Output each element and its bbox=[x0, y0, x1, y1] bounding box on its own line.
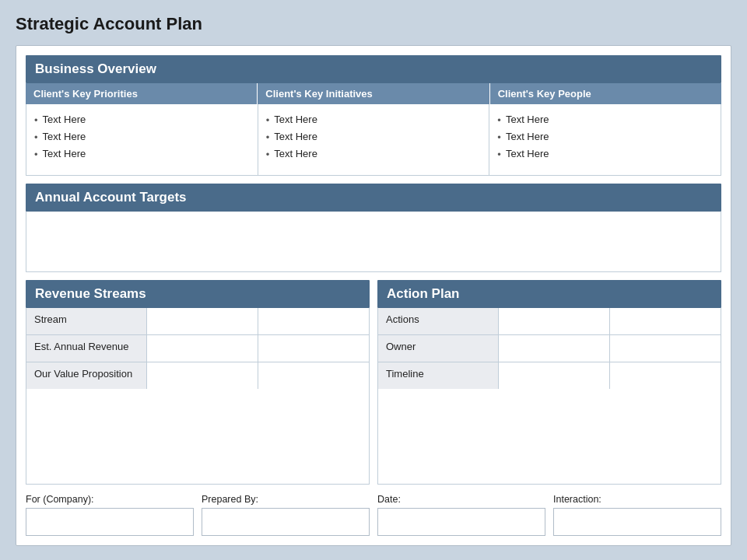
business-overview-header: Business Overview bbox=[26, 55, 721, 83]
action-row-3-col3[interactable] bbox=[610, 362, 721, 389]
footer-input-prepared[interactable] bbox=[202, 508, 370, 536]
list-item: Text Here bbox=[34, 129, 250, 146]
business-overview-section: Business Overview Client's Key Prioritie… bbox=[26, 55, 721, 176]
column-content-row: Text Here Text Here Text Here Text Here … bbox=[26, 104, 721, 176]
footer-col-prepared: Prepared By: bbox=[202, 494, 370, 536]
people-content: Text Here Text Here Text Here bbox=[489, 104, 721, 175]
list-item: Text Here bbox=[266, 112, 482, 129]
action-row-2-col3[interactable] bbox=[610, 335, 721, 362]
revenue-row-2-label: Est. Annual Revenue bbox=[26, 335, 147, 362]
revenue-row-3-col3[interactable] bbox=[258, 362, 369, 389]
revenue-row-1-col2[interactable] bbox=[147, 308, 258, 334]
action-row-3-label: Timeline bbox=[378, 362, 499, 389]
table-row: Est. Annual Revenue bbox=[26, 335, 369, 362]
revenue-row-2-col2[interactable] bbox=[147, 335, 258, 362]
revenue-row-3-label: Our Value Proposition bbox=[26, 362, 147, 389]
revenue-row-2-col3[interactable] bbox=[258, 335, 369, 362]
bottom-split: Revenue Streams Stream Est. Annual Reven… bbox=[26, 280, 721, 485]
revenue-streams-section: Revenue Streams Stream Est. Annual Reven… bbox=[26, 280, 370, 485]
action-plan-table: Actions Owner Timeline bbox=[377, 308, 721, 485]
annual-targets-section: Annual Account Targets bbox=[26, 184, 721, 272]
footer-input-date[interactable] bbox=[377, 508, 545, 536]
table-row: Actions bbox=[378, 308, 721, 335]
footer-input-interaction[interactable] bbox=[553, 508, 721, 536]
action-plan-section: Action Plan Actions Owner Timeline bbox=[377, 280, 721, 485]
list-item: Text Here bbox=[497, 146, 713, 163]
table-row: Timeline bbox=[378, 362, 721, 389]
col-header-priorities: Client's Key Priorities bbox=[26, 83, 258, 104]
action-row-2-label: Owner bbox=[378, 335, 499, 362]
footer-label-interaction: Interaction: bbox=[553, 494, 721, 505]
col-header-people: Client's Key People bbox=[490, 83, 721, 104]
table-row: Stream bbox=[26, 308, 369, 335]
action-row-1-label: Actions bbox=[378, 308, 499, 334]
priorities-content: Text Here Text Here Text Here bbox=[26, 104, 258, 175]
main-container: Business Overview Client's Key Prioritie… bbox=[16, 45, 731, 546]
footer-section: For (Company): Prepared By: Date: Intera… bbox=[26, 494, 721, 536]
page-title: Strategic Account Plan bbox=[16, 14, 731, 34]
footer-label-date: Date: bbox=[377, 494, 545, 505]
revenue-row-1-col3[interactable] bbox=[258, 308, 369, 334]
revenue-streams-header: Revenue Streams bbox=[26, 280, 370, 308]
list-item: Text Here bbox=[34, 112, 250, 129]
col-header-initiatives: Client's Key Initiatives bbox=[258, 83, 489, 104]
revenue-streams-table: Stream Est. Annual Revenue Our Value Pro… bbox=[26, 308, 370, 485]
footer-col-company: For (Company): bbox=[26, 494, 194, 536]
footer-col-interaction: Interaction: bbox=[553, 494, 721, 536]
column-headers: Client's Key Priorities Client's Key Ini… bbox=[26, 83, 721, 104]
action-row-1-col2[interactable] bbox=[499, 308, 610, 334]
list-item: Text Here bbox=[266, 146, 482, 163]
revenue-row-1-label: Stream bbox=[26, 308, 147, 334]
action-row-3-col2[interactable] bbox=[499, 362, 610, 389]
list-item: Text Here bbox=[34, 146, 250, 163]
footer-input-company[interactable] bbox=[26, 508, 194, 536]
action-row-1-col3[interactable] bbox=[610, 308, 721, 334]
action-row-2-col2[interactable] bbox=[499, 335, 610, 362]
table-row: Our Value Proposition bbox=[26, 362, 369, 389]
revenue-row-3-col2[interactable] bbox=[147, 362, 258, 389]
table-row: Owner bbox=[378, 335, 721, 362]
footer-col-date: Date: bbox=[377, 494, 545, 536]
annual-targets-content[interactable] bbox=[26, 212, 721, 272]
list-item: Text Here bbox=[497, 112, 713, 129]
annual-targets-header: Annual Account Targets bbox=[26, 184, 721, 212]
list-item: Text Here bbox=[266, 129, 482, 146]
list-item: Text Here bbox=[497, 129, 713, 146]
initiatives-content: Text Here Text Here Text Here bbox=[258, 104, 490, 175]
footer-label-company: For (Company): bbox=[26, 494, 194, 505]
action-plan-header: Action Plan bbox=[377, 280, 721, 308]
footer-label-prepared: Prepared By: bbox=[202, 494, 370, 505]
